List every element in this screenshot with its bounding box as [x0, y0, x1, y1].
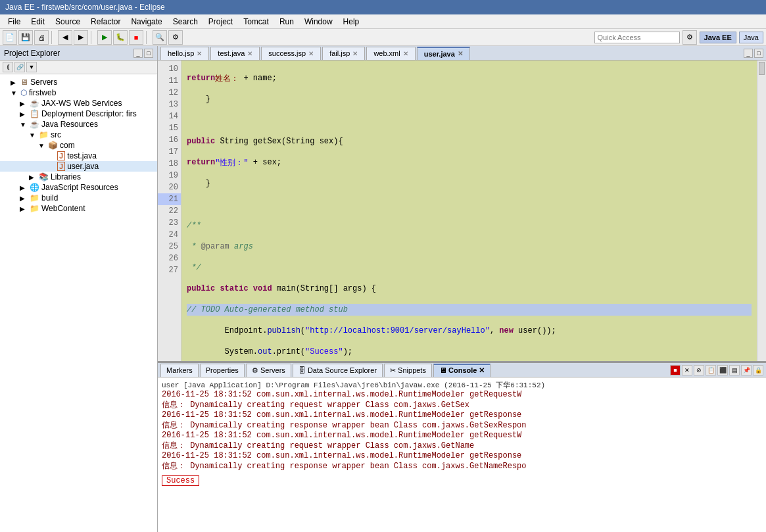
- tree-com[interactable]: ▼ 📦 com: [0, 140, 157, 151]
- code-line-21: // TODO Auto-generated method stub: [187, 304, 752, 316]
- pin-console[interactable]: 📌: [741, 365, 752, 375]
- editor-area[interactable]: 10 11 12 13 14 15 16 17 18 19 20 21 22 2…: [158, 60, 766, 361]
- ln14: 14: [158, 110, 181, 122]
- ln13: 13: [158, 99, 181, 110]
- tree-libraries[interactable]: ▶ 📚 Libraries: [0, 172, 157, 182]
- web-expand-icon: ▶: [20, 205, 28, 212]
- view-menu[interactable]: ▼: [26, 62, 37, 72]
- ln16: 16: [158, 134, 181, 146]
- menu-help[interactable]: Help: [338, 16, 365, 28]
- maximize-explorer[interactable]: □: [144, 49, 153, 58]
- tab-servers[interactable]: ⚙ Servers: [246, 364, 291, 377]
- menu-source[interactable]: Source: [50, 16, 85, 28]
- tree-js-resources[interactable]: ▶ 🌐 JavaScript Resources: [0, 182, 157, 193]
- scrollbar-thumb[interactable]: [759, 62, 765, 75]
- code-line-15: }: [187, 178, 752, 189]
- tree-servers[interactable]: ▶ 🖥 Servers: [0, 77, 157, 87]
- ln17: 17: [158, 146, 181, 158]
- console-success-area: Sucess: [162, 474, 762, 486]
- menu-project[interactable]: Project: [203, 16, 238, 28]
- js-icon: 🌐: [30, 183, 39, 192]
- stop-button[interactable]: ■: [129, 30, 143, 45]
- new-button[interactable]: 📄: [3, 30, 17, 45]
- ln11: 11: [158, 75, 181, 87]
- minimize-editor[interactable]: _: [744, 49, 753, 58]
- tree-build[interactable]: ▶ 📁 build: [0, 193, 157, 203]
- close-user-java[interactable]: ✕: [458, 50, 463, 57]
- java-ee-perspective[interactable]: Java EE: [700, 32, 736, 43]
- tree-deployment[interactable]: ▶ 📋 Deployment Descriptor: firs: [0, 109, 157, 119]
- menu-refactor[interactable]: Refactor: [85, 16, 126, 28]
- quick-access-button[interactable]: ⚙: [682, 30, 697, 45]
- search-button[interactable]: 🔍: [153, 30, 167, 45]
- code-line-20: public static void main(String[] args) {: [187, 283, 752, 295]
- servers-label: Servers: [30, 78, 57, 87]
- sep1: [51, 31, 55, 44]
- copy-console[interactable]: 📋: [706, 365, 716, 375]
- print-button[interactable]: 🖨: [34, 30, 49, 45]
- tree-user-java[interactable]: J user.java: [0, 161, 157, 172]
- ln25: 25: [158, 241, 181, 253]
- tree-java-resources[interactable]: ▼ ☕ Java Resources: [0, 119, 157, 130]
- minimize-explorer[interactable]: _: [133, 49, 143, 58]
- tree-src[interactable]: ▼ 📁 src: [0, 130, 157, 140]
- lib-label: Libraries: [51, 172, 81, 181]
- collapse-console[interactable]: ▤: [729, 365, 740, 375]
- quick-access-input[interactable]: [594, 32, 680, 43]
- tab-snippets[interactable]: ✂ Snippets: [384, 364, 432, 377]
- maximize-editor[interactable]: □: [754, 49, 763, 58]
- close-test-java[interactable]: ✕: [247, 50, 252, 57]
- collapse-all[interactable]: ⟪: [3, 62, 13, 72]
- tab-properties[interactable]: Properties: [200, 364, 245, 377]
- menu-run[interactable]: Run: [274, 16, 299, 28]
- tab-markers[interactable]: Markers: [160, 364, 199, 377]
- scroll-lock[interactable]: 🔒: [753, 365, 763, 375]
- close-console[interactable]: ✕: [682, 365, 692, 375]
- js-label: JavaScript Resources: [41, 183, 118, 192]
- ln15: 15: [158, 122, 181, 134]
- user-java-label: user.java: [67, 162, 99, 171]
- forward-button[interactable]: ▶: [74, 30, 88, 45]
- java-perspective[interactable]: Java: [739, 32, 763, 43]
- link-with-editor[interactable]: 🔗: [14, 62, 25, 72]
- bottom-tabs: Markers Properties ⚙ Servers 🗄 Data Sour…: [158, 363, 766, 377]
- run-button[interactable]: ▶: [97, 30, 112, 45]
- tree-test-java[interactable]: J test.java: [0, 151, 157, 161]
- menu-search[interactable]: Search: [168, 16, 203, 28]
- tree-webcontent[interactable]: ▶ 📁 WebContent: [0, 203, 157, 214]
- console-toolbar: ■ ✕ ⊘ 📋 ⬛ ▤ 📌 🔒: [670, 365, 763, 375]
- close-web-xml[interactable]: ✕: [403, 50, 408, 57]
- tab-hello-jsp[interactable]: hello.jsp✕: [160, 47, 209, 60]
- tab-web-xml[interactable]: web.xml✕: [366, 47, 415, 60]
- menu-tomcat[interactable]: Tomcat: [238, 16, 274, 28]
- tab-fail-jsp[interactable]: fail.jsp✕: [322, 47, 365, 60]
- close-hello-jsp[interactable]: ✕: [197, 50, 202, 57]
- console-content: user [Java Application] D:\Program Files…: [158, 377, 766, 532]
- debug-button[interactable]: 🐛: [113, 30, 128, 45]
- editor-scrollbar[interactable]: [757, 60, 766, 361]
- menu-file[interactable]: File: [3, 16, 26, 28]
- close-success-jsp[interactable]: ✕: [308, 50, 314, 57]
- menu-edit[interactable]: Edit: [26, 16, 50, 28]
- clear-console[interactable]: ⊘: [694, 365, 704, 375]
- close-fail-jsp[interactable]: ✕: [352, 50, 358, 57]
- java-res-icon: ☕: [30, 120, 39, 129]
- tab-success-jsp[interactable]: success.jsp✕: [261, 47, 321, 60]
- tab-data-source[interactable]: 🗄 Data Source Explorer: [293, 364, 383, 377]
- deploy-label: Deployment Descriptor: firs: [41, 109, 137, 118]
- menu-window[interactable]: Window: [299, 16, 338, 28]
- tree-firstweb[interactable]: ▼ ⬡ firstweb: [0, 87, 157, 98]
- menubar: File Edit Source Refactor Navigate Searc…: [0, 14, 766, 29]
- save-button[interactable]: 💾: [18, 30, 33, 45]
- settings-button[interactable]: ⚙: [168, 30, 183, 45]
- stop-console[interactable]: ■: [670, 365, 681, 375]
- menu-navigate[interactable]: Navigate: [126, 16, 167, 28]
- back-button[interactable]: ◀: [58, 30, 72, 45]
- expand-console[interactable]: ⬛: [717, 365, 728, 375]
- code-area[interactable]: return 姓名： + name; } public String getSe…: [181, 60, 757, 361]
- tab-console[interactable]: 🖥 Console ✕: [433, 364, 491, 377]
- test-java-icon: J: [57, 151, 65, 160]
- tab-user-java[interactable]: user.java✕: [417, 47, 470, 60]
- tab-test-java[interactable]: test.java✕: [210, 47, 260, 60]
- tree-jax-ws[interactable]: ▶ ☕ JAX-WS Web Services: [0, 98, 157, 109]
